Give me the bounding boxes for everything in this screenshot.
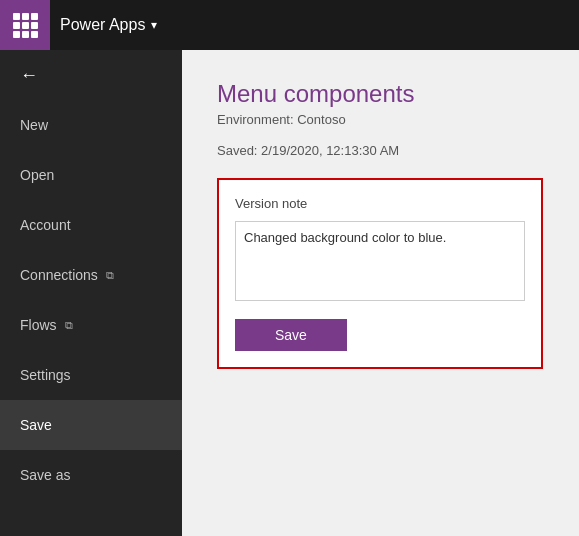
sidebar-item-settings[interactable]: Settings xyxy=(0,350,182,400)
version-note-input[interactable]: Changed background color to blue. xyxy=(235,221,525,301)
back-arrow-icon: ← xyxy=(20,65,38,86)
sidebar-item-account[interactable]: Account xyxy=(0,200,182,250)
app-chevron-icon[interactable]: ▾ xyxy=(151,18,157,32)
sidebar-item-save[interactable]: Save xyxy=(0,400,182,450)
page-title: Menu components xyxy=(217,80,544,108)
sidebar: ← New Open Account Connections ⧉ Flows ⧉… xyxy=(0,50,182,536)
saved-timestamp: Saved: 2/19/2020, 12:13:30 AM xyxy=(217,143,544,158)
back-button[interactable]: ← xyxy=(0,50,182,100)
version-note-label: Version note xyxy=(235,196,525,211)
sidebar-item-open-label: Open xyxy=(20,167,54,183)
sidebar-item-flows-label: Flows xyxy=(20,317,57,333)
sidebar-item-account-label: Account xyxy=(20,217,71,233)
environment-text: Environment: Contoso xyxy=(217,112,544,127)
sidebar-item-settings-label: Settings xyxy=(20,367,71,383)
external-link-flows-icon: ⧉ xyxy=(65,319,73,332)
sidebar-item-save-as-label: Save as xyxy=(20,467,71,483)
external-link-icon: ⧉ xyxy=(106,269,114,282)
save-button[interactable]: Save xyxy=(235,319,347,351)
app-title: Power Apps xyxy=(60,16,145,34)
sidebar-item-open[interactable]: Open xyxy=(0,150,182,200)
sidebar-item-new-label: New xyxy=(20,117,48,133)
main-content: Menu components Environment: Contoso Sav… xyxy=(182,50,579,536)
sidebar-item-flows[interactable]: Flows ⧉ xyxy=(0,300,182,350)
version-panel: Version note Changed background color to… xyxy=(217,178,543,369)
sidebar-item-new[interactable]: New xyxy=(0,100,182,150)
sidebar-item-connections[interactable]: Connections ⧉ xyxy=(0,250,182,300)
top-bar: Power Apps ▾ xyxy=(0,0,579,50)
sidebar-item-connections-label: Connections xyxy=(20,267,98,283)
sidebar-item-save-as[interactable]: Save as xyxy=(0,450,182,500)
sidebar-item-save-label: Save xyxy=(20,417,52,433)
waffle-icon xyxy=(13,13,38,38)
waffle-button[interactable] xyxy=(0,0,50,50)
